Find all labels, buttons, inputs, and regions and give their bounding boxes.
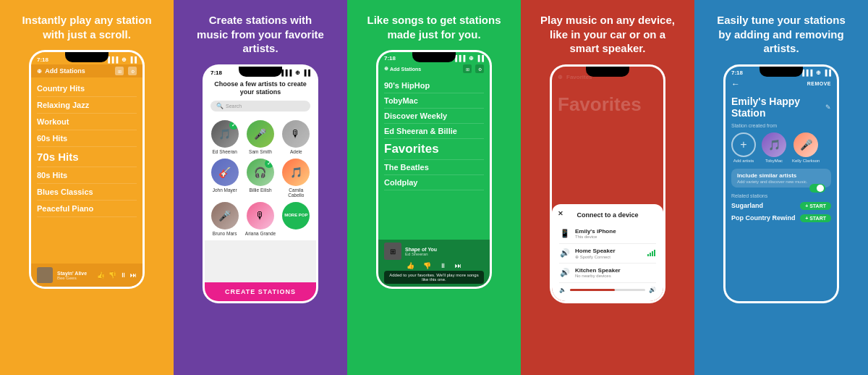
- more-pop-btn[interactable]: MORE POP: [282, 202, 310, 229]
- artist-name-adele: Adele: [290, 149, 302, 154]
- artist-avatar-adele: 🎙: [282, 120, 310, 148]
- plus-icon-3: ⊕: [384, 66, 388, 72]
- remove-btn[interactable]: REMOVE: [807, 81, 831, 86]
- device-info: Emily's iPhone This device: [575, 228, 656, 239]
- artist-name-billie: Billie Eilish: [249, 188, 271, 193]
- player-3: ⊞ Shape of You Ed Sheeran 👍 👎 ⏸ ⏭ Added …: [378, 240, 490, 287]
- station-item[interactable]: Country Hits: [37, 80, 137, 97]
- back-btn[interactable]: ←: [731, 79, 740, 89]
- station-title: Emily's Happy Station: [731, 96, 822, 119]
- phone-icon: 📱: [559, 228, 571, 240]
- device-sub: ⊕ Spotify Connect: [575, 254, 643, 259]
- gear-icon-3[interactable]: ⚙: [475, 64, 484, 73]
- track-title-1: Stayin' Alive: [57, 271, 93, 276]
- artist-cell[interactable]: 🎵 Camila Cabello: [281, 159, 312, 198]
- artist-avatar-john: 🎸: [211, 159, 239, 186]
- album-art-1: [37, 267, 53, 283]
- more-pop-cell[interactable]: MORE POP: [281, 202, 312, 236]
- time-3: 7:18: [384, 55, 396, 62]
- volume-bar[interactable]: [570, 289, 645, 291]
- station-green[interactable]: Ed Sheeran & Billie: [384, 124, 484, 139]
- create-stations-btn[interactable]: CREATE STATIONS: [205, 282, 316, 301]
- station-green[interactable]: TobyMac: [384, 93, 484, 109]
- panel5-headline: Easily tune your stations by adding and …: [712, 13, 850, 56]
- station-green[interactable]: The Beatles: [384, 160, 484, 175]
- thumbup-btn[interactable]: 👍: [97, 271, 105, 279]
- thumbdown-btn[interactable]: 👎: [109, 271, 116, 279]
- station-item-active[interactable]: 70s Hits: [37, 147, 137, 167]
- start-btn[interactable]: + START: [800, 202, 831, 210]
- artist-cell[interactable]: 🎧 ✓ Billie Eilish: [244, 159, 276, 198]
- station-title-row: Emily's Happy Station ✎: [726, 93, 837, 122]
- notch-1: [65, 52, 109, 62]
- station-item[interactable]: Relaxing Jazz: [37, 97, 137, 114]
- artist-cell[interactable]: 🎙 Ariana Grande: [244, 202, 276, 236]
- artist-avatar-camila: 🎵: [282, 159, 310, 186]
- device-item[interactable]: 🔊 Home Speaker ⊕ Spotify Connect: [559, 244, 656, 264]
- device-sub: This device: [575, 235, 656, 239]
- play-btn-3[interactable]: ⏸: [440, 262, 446, 269]
- device-item[interactable]: 📱 Emily's iPhone This device: [559, 224, 656, 244]
- modal-close-btn[interactable]: ✕: [558, 210, 563, 217]
- panel4-headline: Play music on any device, like in your c…: [539, 13, 676, 56]
- add-stations-btn-3[interactable]: ⊕ Add Stations: [384, 66, 421, 72]
- device-name: Emily's iPhone: [575, 228, 656, 235]
- station-item[interactable]: 60s Hits: [37, 130, 137, 147]
- play-btn[interactable]: ⏸: [120, 271, 127, 279]
- start-btn[interactable]: + START: [800, 214, 831, 222]
- grid-icon[interactable]: ⊞: [115, 67, 124, 75]
- edit-icon[interactable]: ✎: [825, 104, 831, 111]
- screen-5: 7:18 ▌▌▌ ⊕ ▐▐ ← REMOVE Emily's Happy Sta…: [726, 67, 837, 301]
- add-artist-cell[interactable]: + Add artists: [731, 132, 756, 163]
- header-1: ⊕ Add Stations ⊞ ⚙: [31, 64, 142, 77]
- volume-control[interactable]: 🔈 🔊: [559, 283, 656, 297]
- skip-btn[interactable]: ⏭: [130, 271, 137, 279]
- artist-name-camila: Camila Cabello: [281, 188, 312, 198]
- station-item[interactable]: Blues Classics: [37, 184, 137, 201]
- station-green-featured[interactable]: Favorites: [384, 139, 484, 160]
- panel-artists: Create stations with music from your fav…: [174, 0, 347, 375]
- thumbup-btn-3[interactable]: 👍: [407, 262, 414, 269]
- artist-cell[interactable]: 🎸 John Mayer: [209, 159, 240, 198]
- add-artist-btn[interactable]: +: [731, 132, 756, 157]
- device-info: Home Speaker ⊕ Spotify Connect: [575, 248, 643, 259]
- related-name: Pop Country Rewind: [731, 214, 800, 222]
- volume-fill: [570, 289, 615, 291]
- artist-cell[interactable]: 🎤 Bruno Mars: [209, 202, 240, 236]
- screen3-header: ⊕ Add Stations ⊞ ⚙: [378, 63, 490, 77]
- header-icons-1: ⊞ ⚙: [115, 67, 137, 75]
- toggle-switch[interactable]: [809, 184, 825, 193]
- grid-icon-3[interactable]: ⊞: [463, 64, 472, 73]
- artist-name-sam: Sam Smith: [249, 149, 272, 154]
- artist-cell[interactable]: 🎙 Adele: [281, 120, 312, 154]
- panel3-headline: Like songs to get stations made just for…: [365, 13, 503, 41]
- artist-cell-kelly[interactable]: 🎤 Kelly Clarkson: [792, 132, 820, 163]
- artist-cell[interactable]: 🎤 Sam Smith: [244, 120, 276, 154]
- thumbdown-btn-3[interactable]: 👎: [423, 262, 431, 269]
- artist-cell[interactable]: 🎵 ✓ Ed Sheeran: [209, 120, 240, 154]
- gear-icon[interactable]: ⚙: [128, 67, 137, 75]
- panel2-headline: Create stations with music from your fav…: [192, 13, 329, 56]
- search-bar[interactable]: 🔍 Search: [210, 101, 310, 111]
- speaker-icon: 🔊: [559, 248, 571, 259]
- station-green[interactable]: Discover Weekly: [384, 109, 484, 124]
- skip-btn-3[interactable]: ⏭: [455, 262, 461, 269]
- track-artist-3: Ed Sheeran: [405, 252, 484, 256]
- more-pop-label: MORE POP: [284, 213, 307, 218]
- artist-name-ed: Ed Sheeran: [212, 149, 237, 154]
- artist-cell-toby[interactable]: 🎵 TobyMac: [762, 132, 786, 163]
- station-green[interactable]: Coldplay: [384, 175, 484, 190]
- phone-1: 7:18 ▌▌▌ ⊕ ▐▐ ⊕ Add Stations ⊞ ⚙ Country…: [29, 50, 145, 289]
- station-item[interactable]: Workout: [37, 114, 137, 130]
- notch-2: [239, 67, 282, 77]
- player-1: Stayin' Alive Bee Gees 👍 👎 ⏸ ⏭: [31, 264, 142, 287]
- panel-favorites: Like songs to get stations made just for…: [347, 0, 521, 375]
- artist-grid: 🎵 ✓ Ed Sheeran 🎤 Sam Smith 🎙 Adele: [205, 116, 316, 240]
- station-item[interactable]: 80s Hits: [37, 167, 137, 184]
- device-sub: No nearby devices: [575, 274, 656, 278]
- station-green[interactable]: 90's HipHop: [384, 78, 484, 93]
- device-item[interactable]: 🔊 Kitchen Speaker No nearby devices: [559, 264, 656, 283]
- station-item[interactable]: Peaceful Piano: [37, 201, 137, 217]
- search-placeholder: Search: [226, 104, 242, 109]
- phone-5: 7:18 ▌▌▌ ⊕ ▐▐ ← REMOVE Emily's Happy Sta…: [723, 64, 839, 303]
